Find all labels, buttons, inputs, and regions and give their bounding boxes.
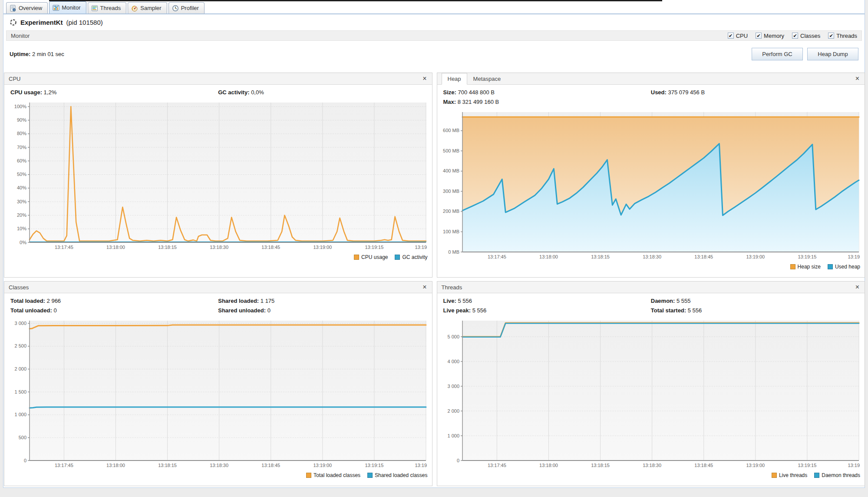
- svg-text:3 000: 3 000: [14, 321, 26, 326]
- threads-stats: Live: 5 556 Daemon: 5 555 Live peak: 5 5…: [437, 293, 865, 316]
- cpu-legend: CPU usageGC activity: [4, 252, 432, 262]
- svg-text:0%: 0%: [20, 240, 26, 245]
- tab-metaspace[interactable]: Metaspace: [467, 73, 507, 84]
- svg-text:0: 0: [24, 458, 26, 463]
- svg-text:100 MB: 100 MB: [443, 229, 459, 234]
- tab-sampler[interactable]: Sampler: [128, 2, 167, 13]
- cpu-close-icon[interactable]: ×: [422, 75, 427, 82]
- heap-panel-header: Heap Metaspace ×: [437, 73, 865, 85]
- svg-text:13:18:00: 13:18:00: [106, 463, 125, 468]
- svg-text:13:19: 13:19: [848, 463, 860, 468]
- legend-swatch-icon: [395, 255, 400, 260]
- svg-text:2 000: 2 000: [14, 366, 26, 371]
- threads-icon: [91, 5, 98, 12]
- svg-text:13:19:15: 13:19:15: [798, 463, 816, 468]
- toggle-cpu[interactable]: ✔ CPU: [728, 33, 748, 39]
- svg-text:13:18:45: 13:18:45: [261, 463, 280, 468]
- cpu-checkbox[interactable]: ✔: [728, 33, 734, 39]
- perform-gc-button[interactable]: Perform GC: [752, 48, 803, 60]
- svg-text:13:18:30: 13:18:30: [643, 254, 661, 259]
- panel-grid: CPU × CPU usage: 1,2% GC activity: 0,0% …: [4, 73, 865, 486]
- tab-heap[interactable]: Heap: [442, 73, 467, 85]
- total-started-value: 5 556: [688, 307, 702, 314]
- heap-size-stat: Size: 700 448 800 B: [443, 89, 651, 96]
- cpu-panel-header: CPU ×: [4, 73, 432, 85]
- svg-text:0 MB: 0 MB: [448, 249, 459, 255]
- toggle-memory[interactable]: ✔ Memory: [756, 33, 784, 39]
- svg-text:70%: 70%: [17, 145, 26, 150]
- svg-text:13:19:15: 13:19:15: [365, 245, 383, 250]
- shared-loaded-label: Shared loaded:: [218, 298, 259, 304]
- legend-item: GC activity: [395, 254, 427, 260]
- threads-chart-svg: 01 0002 0003 0004 0005 00013:17:4513:18:…: [438, 318, 862, 470]
- profiler-icon: [172, 5, 179, 12]
- svg-text:90%: 90%: [17, 117, 26, 123]
- svg-text:13:17:45: 13:17:45: [487, 463, 506, 468]
- threads-panel: Threads × Live: 5 556 Daemon: 5 555 Live…: [437, 281, 865, 486]
- sampler-icon: [131, 5, 138, 12]
- threads-panel-title: Threads: [442, 284, 462, 291]
- daemon-threads-stat: Daemon: 5 555: [651, 298, 858, 304]
- svg-text:13:17:45: 13:17:45: [487, 254, 506, 259]
- classes-panel: Classes × Total loaded: 2 966 Shared loa…: [4, 281, 432, 486]
- total-unloaded-stat: Total unloaded: 0: [10, 307, 218, 314]
- svg-text:13:18:00: 13:18:00: [539, 463, 558, 468]
- svg-text:13:19:00: 13:19:00: [313, 245, 332, 250]
- classes-chart-svg: 05001 0001 5002 0002 5003 00013:17:4513:…: [5, 318, 429, 470]
- svg-text:13:17:45: 13:17:45: [55, 245, 73, 250]
- svg-text:13:18:30: 13:18:30: [210, 245, 228, 250]
- svg-text:400 MB: 400 MB: [443, 168, 459, 173]
- tab-sampler-label: Sampler: [140, 5, 161, 11]
- svg-text:13:19:00: 13:19:00: [746, 254, 765, 259]
- tab-threads[interactable]: Threads: [88, 2, 127, 13]
- total-loaded-value: 2 966: [47, 298, 61, 304]
- legend-item: Daemon threads: [814, 472, 860, 478]
- tab-overview[interactable]: i Overview: [6, 2, 48, 13]
- svg-text:13:18:00: 13:18:00: [539, 254, 558, 259]
- heap-max-value: 8 321 499 160 B: [458, 99, 499, 105]
- svg-text:13:18:45: 13:18:45: [261, 245, 280, 250]
- total-loaded-label: Total loaded:: [10, 298, 45, 304]
- heap-size-value: 700 448 800 B: [458, 89, 495, 96]
- svg-text:4 000: 4 000: [447, 359, 459, 364]
- memory-checkbox[interactable]: ✔: [756, 33, 762, 39]
- heap-dump-button[interactable]: Heap Dump: [807, 48, 858, 60]
- live-threads-value: 5 556: [458, 298, 472, 304]
- shared-unloaded-value: 0: [267, 307, 271, 314]
- toggle-classes[interactable]: ✔ Classes: [792, 33, 820, 39]
- process-header: ExperimentKt (pid 101580): [3, 14, 865, 30]
- threads-chart: 01 0002 0003 0004 0005 00013:17:4513:18:…: [438, 318, 862, 470]
- classes-panel-header: Classes ×: [4, 282, 432, 293]
- svg-text:13:19:00: 13:19:00: [746, 463, 765, 468]
- heap-chart: 0 MB100 MB200 MB300 MB400 MB500 MB600 MB…: [438, 109, 862, 262]
- svg-text:13:18:45: 13:18:45: [694, 254, 713, 259]
- toggle-cpu-label: CPU: [736, 33, 748, 39]
- legend-label: Total loaded classes: [314, 472, 360, 478]
- heap-stats: Size: 700 448 800 B Used: 375 079 456 B …: [437, 85, 865, 108]
- heap-close-icon[interactable]: ×: [855, 75, 860, 82]
- heap-size-label: Size:: [443, 89, 456, 96]
- monitor-section-bar: Monitor ✔ CPU ✔ Memory ✔ Classes ✔ Threa…: [6, 30, 862, 41]
- threads-close-icon[interactable]: ×: [855, 284, 860, 291]
- section-title: Monitor: [11, 33, 30, 39]
- svg-text:13:18:15: 13:18:15: [158, 245, 177, 250]
- heap-used-stat: Used: 375 079 456 B: [651, 89, 858, 96]
- monitor-icon: [53, 4, 59, 11]
- classes-close-icon[interactable]: ×: [422, 284, 427, 291]
- shared-loaded-value: 1 175: [261, 298, 275, 304]
- threads-checkbox[interactable]: ✔: [828, 33, 834, 39]
- tab-overview-label: Overview: [19, 5, 42, 11]
- classes-checkbox[interactable]: ✔: [792, 33, 798, 39]
- live-peak-label: Live peak:: [443, 307, 471, 314]
- svg-text:50%: 50%: [17, 172, 26, 177]
- legend-item: Live threads: [772, 472, 807, 478]
- cpu-panel: CPU × CPU usage: 1,2% GC activity: 0,0% …: [4, 73, 432, 278]
- toggle-classes-label: Classes: [800, 33, 820, 39]
- legend-label: CPU usage: [361, 254, 388, 260]
- toggle-threads[interactable]: ✔ Threads: [828, 33, 857, 39]
- tab-profiler[interactable]: Profiler: [168, 2, 205, 13]
- legend-label: Live threads: [779, 472, 807, 478]
- tab-monitor[interactable]: Monitor: [49, 1, 86, 13]
- live-threads-label: Live:: [443, 298, 456, 304]
- svg-text:1 500: 1 500: [14, 389, 26, 394]
